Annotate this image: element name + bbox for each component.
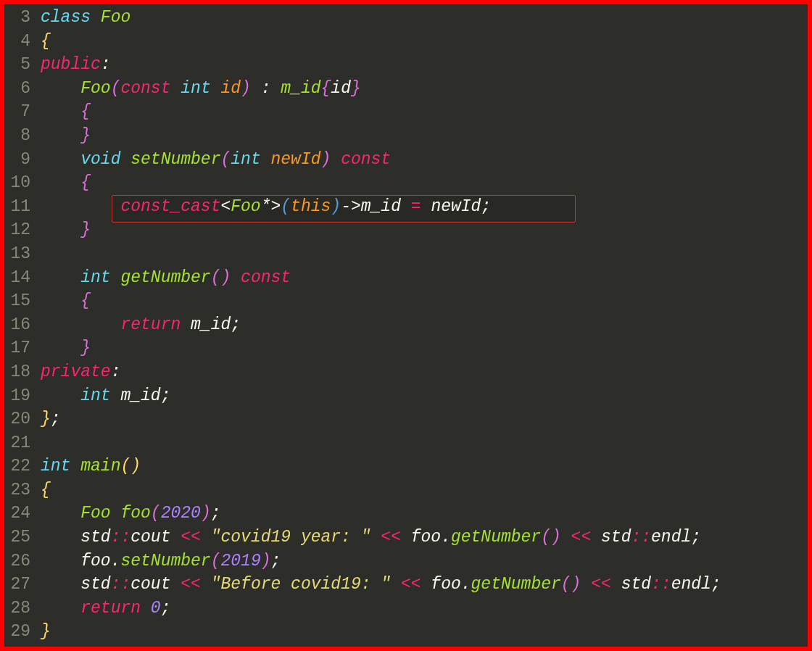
token-kw2: const — [120, 79, 181, 98]
token-fn: getNumber — [471, 575, 561, 594]
token-punc — [41, 599, 80, 618]
token-punc: id — [331, 79, 351, 98]
code-line[interactable] — [41, 431, 808, 455]
token-brace-p: } — [80, 339, 91, 357]
line-number: 29 — [7, 620, 30, 644]
code-line[interactable]: } — [41, 218, 808, 242]
token-punc: foo. — [41, 552, 120, 571]
code-line[interactable]: }; — [41, 407, 808, 431]
token-param: this — [291, 197, 331, 216]
token-punc — [41, 150, 80, 169]
line-number: 16 — [7, 313, 30, 337]
token-fn: setNumber — [130, 150, 220, 169]
token-brace-p: () — [541, 528, 561, 547]
code-line[interactable]: std::cout << "Before covid19: " << foo.g… — [41, 573, 808, 597]
token-punc — [41, 504, 80, 523]
code-line[interactable]: { — [41, 478, 808, 502]
token-punc — [391, 575, 401, 594]
token-idtype: int — [231, 150, 270, 169]
code-line[interactable]: int main() — [41, 455, 808, 478]
code-line[interactable]: public: — [41, 53, 808, 77]
code-line[interactable]: int m_id; — [41, 384, 808, 408]
token-brace-p: ( — [111, 79, 121, 98]
code-line[interactable]: } — [41, 124, 808, 148]
token-punc — [41, 315, 120, 334]
token-brace-p: ) — [201, 504, 211, 523]
token-idtype: int — [80, 268, 120, 287]
code-line[interactable]: std::cout << "covid19 year: " << foo.get… — [41, 526, 808, 550]
token-punc: newId; — [431, 197, 491, 216]
token-brace-p: } — [80, 220, 91, 239]
token-punc: cout — [130, 575, 181, 594]
token-punc: foo. — [401, 528, 451, 547]
token-punc — [41, 126, 80, 145]
token-str: "Before covid19: " — [211, 575, 391, 594]
line-number: 20 — [7, 407, 30, 431]
token-kw2: private — [41, 362, 111, 381]
code-line[interactable]: foo.setNumber(2019); — [41, 550, 808, 573]
token-punc: endl; — [671, 575, 721, 594]
line-number: 5 — [7, 53, 30, 77]
code-line[interactable]: Foo foo(2020); — [41, 502, 808, 526]
code-line[interactable]: { — [41, 100, 808, 124]
code-line[interactable]: const_cast<Foo*>(this)->m_id = newId; — [41, 195, 808, 219]
line-number: 8 — [7, 124, 30, 148]
line-number: 23 — [7, 478, 30, 502]
token-punc: endl; — [651, 528, 701, 547]
token-brace-p: } — [351, 79, 361, 98]
token-brace-p: ) — [321, 150, 341, 169]
token-kw2: const_cast — [120, 197, 220, 216]
token-brace-p: { — [321, 79, 331, 98]
line-number: 28 — [7, 597, 30, 621]
token-idtype: int — [41, 457, 80, 476]
code-line[interactable]: { — [41, 30, 808, 54]
token-op: :: — [111, 528, 131, 547]
token-punc: std — [41, 528, 111, 547]
code-editor[interactable]: 3456789101112131415161718192021222324252… — [4, 4, 808, 647]
token-brace-p: ( — [211, 552, 221, 571]
code-line[interactable]: } — [41, 336, 808, 360]
token-punc — [561, 528, 571, 547]
token-punc — [41, 339, 80, 357]
token-op: = — [411, 197, 431, 216]
code-line[interactable]: return m_id; — [41, 313, 808, 337]
token-punc: : — [261, 79, 281, 98]
token-punc: ; — [161, 599, 171, 618]
token-punc: m_id; — [120, 386, 170, 405]
code-line[interactable]: { — [41, 171, 808, 195]
code-line[interactable]: class Foo — [41, 6, 808, 30]
token-punc: ; — [271, 552, 281, 571]
token-brace-p: } — [80, 126, 91, 145]
token-param: newId — [271, 150, 321, 169]
token-brace-y: { — [41, 32, 51, 51]
code-line[interactable]: private: — [41, 360, 808, 384]
token-brace-p: { — [80, 173, 91, 192]
token-type: Foo — [101, 8, 130, 27]
token-punc: std — [591, 528, 631, 547]
code-line[interactable]: int getNumber() const — [41, 266, 808, 290]
line-number: 25 — [7, 526, 30, 550]
line-number: 24 — [7, 502, 30, 526]
token-punc: : — [101, 55, 111, 74]
code-line[interactable]: return 0; — [41, 597, 808, 621]
token-punc: ->m_id — [341, 197, 411, 216]
code-line[interactable]: } — [41, 620, 808, 644]
code-area[interactable]: class Foo{public: Foo(const int id) : m_… — [35, 4, 808, 647]
code-line[interactable]: void setNumber(int newId) const — [41, 148, 808, 172]
token-punc: std — [41, 575, 111, 594]
line-number: 11 — [7, 195, 30, 219]
token-punc — [371, 528, 381, 547]
token-op: << — [591, 575, 611, 594]
code-line[interactable]: { — [41, 289, 808, 313]
token-punc: std — [611, 575, 651, 594]
line-number: 3 — [7, 6, 30, 30]
token-punc — [41, 268, 80, 287]
token-num: 2020 — [161, 504, 201, 523]
token-op: << — [181, 575, 201, 594]
code-line[interactable] — [41, 242, 808, 266]
code-line[interactable]: Foo(const int id) : m_id{id} — [41, 77, 808, 101]
token-punc: ; — [51, 410, 61, 428]
line-number: 12 — [7, 218, 30, 242]
token-punc — [41, 220, 80, 239]
token-punc — [201, 575, 211, 594]
